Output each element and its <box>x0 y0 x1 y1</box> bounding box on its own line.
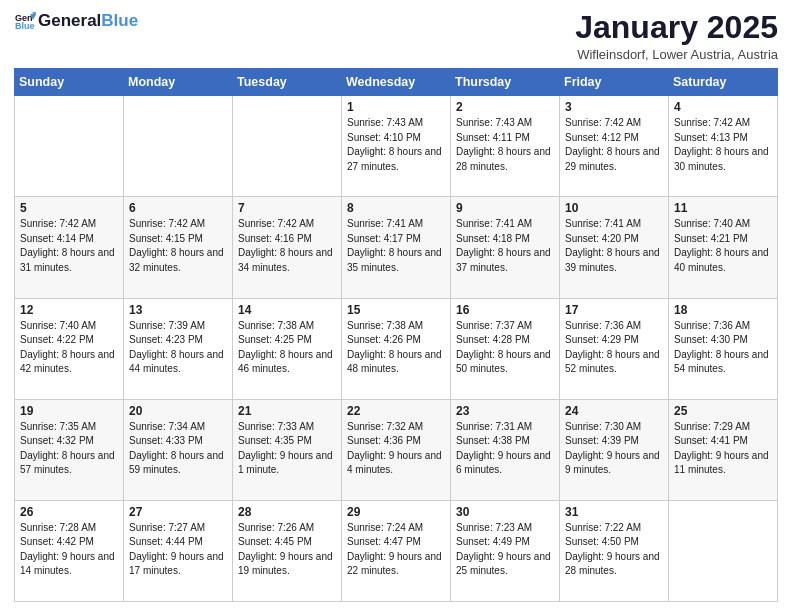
calendar-cell: 3Sunrise: 7:42 AM Sunset: 4:12 PM Daylig… <box>560 96 669 197</box>
calendar-cell: 13Sunrise: 7:39 AM Sunset: 4:23 PM Dayli… <box>124 298 233 399</box>
calendar-cell: 10Sunrise: 7:41 AM Sunset: 4:20 PM Dayli… <box>560 197 669 298</box>
calendar-cell: 29Sunrise: 7:24 AM Sunset: 4:47 PM Dayli… <box>342 500 451 601</box>
calendar-cell: 18Sunrise: 7:36 AM Sunset: 4:30 PM Dayli… <box>669 298 778 399</box>
day-number: 11 <box>674 201 772 215</box>
calendar-cell: 1Sunrise: 7:43 AM Sunset: 4:10 PM Daylig… <box>342 96 451 197</box>
day-number: 17 <box>565 303 663 317</box>
location: Wifleinsdorf, Lower Austria, Austria <box>575 47 778 62</box>
day-info: Sunrise: 7:36 AM Sunset: 4:29 PM Dayligh… <box>565 319 663 377</box>
calendar-cell <box>124 96 233 197</box>
title-block: January 2025 Wifleinsdorf, Lower Austria… <box>575 10 778 62</box>
calendar-cell: 28Sunrise: 7:26 AM Sunset: 4:45 PM Dayli… <box>233 500 342 601</box>
header: Gen Blue GeneralBlue January 2025 Wiflei… <box>14 10 778 62</box>
day-number: 21 <box>238 404 336 418</box>
day-info: Sunrise: 7:41 AM Sunset: 4:17 PM Dayligh… <box>347 217 445 275</box>
day-info: Sunrise: 7:29 AM Sunset: 4:41 PM Dayligh… <box>674 420 772 478</box>
calendar-week-4: 19Sunrise: 7:35 AM Sunset: 4:32 PM Dayli… <box>15 399 778 500</box>
calendar-cell <box>233 96 342 197</box>
calendar-header-monday: Monday <box>124 69 233 96</box>
day-info: Sunrise: 7:37 AM Sunset: 4:28 PM Dayligh… <box>456 319 554 377</box>
day-info: Sunrise: 7:35 AM Sunset: 4:32 PM Dayligh… <box>20 420 118 478</box>
calendar-cell: 16Sunrise: 7:37 AM Sunset: 4:28 PM Dayli… <box>451 298 560 399</box>
day-number: 31 <box>565 505 663 519</box>
calendar-header-sunday: Sunday <box>15 69 124 96</box>
calendar-cell: 9Sunrise: 7:41 AM Sunset: 4:18 PM Daylig… <box>451 197 560 298</box>
day-info: Sunrise: 7:40 AM Sunset: 4:21 PM Dayligh… <box>674 217 772 275</box>
calendar-cell: 2Sunrise: 7:43 AM Sunset: 4:11 PM Daylig… <box>451 96 560 197</box>
calendar-week-2: 5Sunrise: 7:42 AM Sunset: 4:14 PM Daylig… <box>15 197 778 298</box>
day-info: Sunrise: 7:33 AM Sunset: 4:35 PM Dayligh… <box>238 420 336 478</box>
calendar-header-friday: Friday <box>560 69 669 96</box>
calendar-cell: 19Sunrise: 7:35 AM Sunset: 4:32 PM Dayli… <box>15 399 124 500</box>
logo: Gen Blue GeneralBlue <box>14 10 138 32</box>
day-info: Sunrise: 7:28 AM Sunset: 4:42 PM Dayligh… <box>20 521 118 579</box>
day-number: 22 <box>347 404 445 418</box>
calendar-header-tuesday: Tuesday <box>233 69 342 96</box>
day-info: Sunrise: 7:38 AM Sunset: 4:26 PM Dayligh… <box>347 319 445 377</box>
day-info: Sunrise: 7:23 AM Sunset: 4:49 PM Dayligh… <box>456 521 554 579</box>
calendar-header-saturday: Saturday <box>669 69 778 96</box>
calendar-cell <box>15 96 124 197</box>
day-info: Sunrise: 7:26 AM Sunset: 4:45 PM Dayligh… <box>238 521 336 579</box>
calendar-table: SundayMondayTuesdayWednesdayThursdayFrid… <box>14 68 778 602</box>
day-number: 4 <box>674 100 772 114</box>
day-number: 6 <box>129 201 227 215</box>
calendar-week-1: 1Sunrise: 7:43 AM Sunset: 4:10 PM Daylig… <box>15 96 778 197</box>
calendar-cell: 25Sunrise: 7:29 AM Sunset: 4:41 PM Dayli… <box>669 399 778 500</box>
day-info: Sunrise: 7:42 AM Sunset: 4:14 PM Dayligh… <box>20 217 118 275</box>
day-info: Sunrise: 7:38 AM Sunset: 4:25 PM Dayligh… <box>238 319 336 377</box>
day-number: 19 <box>20 404 118 418</box>
day-number: 3 <box>565 100 663 114</box>
day-number: 10 <box>565 201 663 215</box>
day-info: Sunrise: 7:40 AM Sunset: 4:22 PM Dayligh… <box>20 319 118 377</box>
calendar-cell: 11Sunrise: 7:40 AM Sunset: 4:21 PM Dayli… <box>669 197 778 298</box>
calendar-cell <box>669 500 778 601</box>
calendar-week-3: 12Sunrise: 7:40 AM Sunset: 4:22 PM Dayli… <box>15 298 778 399</box>
logo-blue: Blue <box>101 11 138 30</box>
day-info: Sunrise: 7:41 AM Sunset: 4:18 PM Dayligh… <box>456 217 554 275</box>
day-number: 15 <box>347 303 445 317</box>
day-info: Sunrise: 7:24 AM Sunset: 4:47 PM Dayligh… <box>347 521 445 579</box>
day-number: 12 <box>20 303 118 317</box>
day-info: Sunrise: 7:30 AM Sunset: 4:39 PM Dayligh… <box>565 420 663 478</box>
calendar-cell: 21Sunrise: 7:33 AM Sunset: 4:35 PM Dayli… <box>233 399 342 500</box>
svg-text:Blue: Blue <box>15 21 35 31</box>
day-number: 16 <box>456 303 554 317</box>
calendar-cell: 4Sunrise: 7:42 AM Sunset: 4:13 PM Daylig… <box>669 96 778 197</box>
calendar-cell: 26Sunrise: 7:28 AM Sunset: 4:42 PM Dayli… <box>15 500 124 601</box>
calendar-cell: 15Sunrise: 7:38 AM Sunset: 4:26 PM Dayli… <box>342 298 451 399</box>
day-info: Sunrise: 7:42 AM Sunset: 4:13 PM Dayligh… <box>674 116 772 174</box>
day-number: 5 <box>20 201 118 215</box>
day-number: 27 <box>129 505 227 519</box>
day-info: Sunrise: 7:42 AM Sunset: 4:15 PM Dayligh… <box>129 217 227 275</box>
logo-general: General <box>38 11 101 30</box>
day-info: Sunrise: 7:32 AM Sunset: 4:36 PM Dayligh… <box>347 420 445 478</box>
calendar-cell: 31Sunrise: 7:22 AM Sunset: 4:50 PM Dayli… <box>560 500 669 601</box>
day-number: 9 <box>456 201 554 215</box>
calendar-cell: 27Sunrise: 7:27 AM Sunset: 4:44 PM Dayli… <box>124 500 233 601</box>
calendar-cell: 17Sunrise: 7:36 AM Sunset: 4:29 PM Dayli… <box>560 298 669 399</box>
calendar-cell: 14Sunrise: 7:38 AM Sunset: 4:25 PM Dayli… <box>233 298 342 399</box>
day-number: 20 <box>129 404 227 418</box>
calendar-cell: 24Sunrise: 7:30 AM Sunset: 4:39 PM Dayli… <box>560 399 669 500</box>
day-info: Sunrise: 7:34 AM Sunset: 4:33 PM Dayligh… <box>129 420 227 478</box>
day-number: 23 <box>456 404 554 418</box>
day-info: Sunrise: 7:43 AM Sunset: 4:11 PM Dayligh… <box>456 116 554 174</box>
calendar-cell: 5Sunrise: 7:42 AM Sunset: 4:14 PM Daylig… <box>15 197 124 298</box>
day-info: Sunrise: 7:42 AM Sunset: 4:12 PM Dayligh… <box>565 116 663 174</box>
day-number: 30 <box>456 505 554 519</box>
calendar-cell: 23Sunrise: 7:31 AM Sunset: 4:38 PM Dayli… <box>451 399 560 500</box>
day-info: Sunrise: 7:43 AM Sunset: 4:10 PM Dayligh… <box>347 116 445 174</box>
day-info: Sunrise: 7:42 AM Sunset: 4:16 PM Dayligh… <box>238 217 336 275</box>
day-number: 1 <box>347 100 445 114</box>
day-number: 18 <box>674 303 772 317</box>
calendar-header-thursday: Thursday <box>451 69 560 96</box>
calendar-cell: 8Sunrise: 7:41 AM Sunset: 4:17 PM Daylig… <box>342 197 451 298</box>
day-info: Sunrise: 7:36 AM Sunset: 4:30 PM Dayligh… <box>674 319 772 377</box>
calendar-header-wednesday: Wednesday <box>342 69 451 96</box>
day-number: 24 <box>565 404 663 418</box>
day-info: Sunrise: 7:27 AM Sunset: 4:44 PM Dayligh… <box>129 521 227 579</box>
day-number: 2 <box>456 100 554 114</box>
logo-icon: Gen Blue <box>14 10 36 32</box>
day-info: Sunrise: 7:31 AM Sunset: 4:38 PM Dayligh… <box>456 420 554 478</box>
